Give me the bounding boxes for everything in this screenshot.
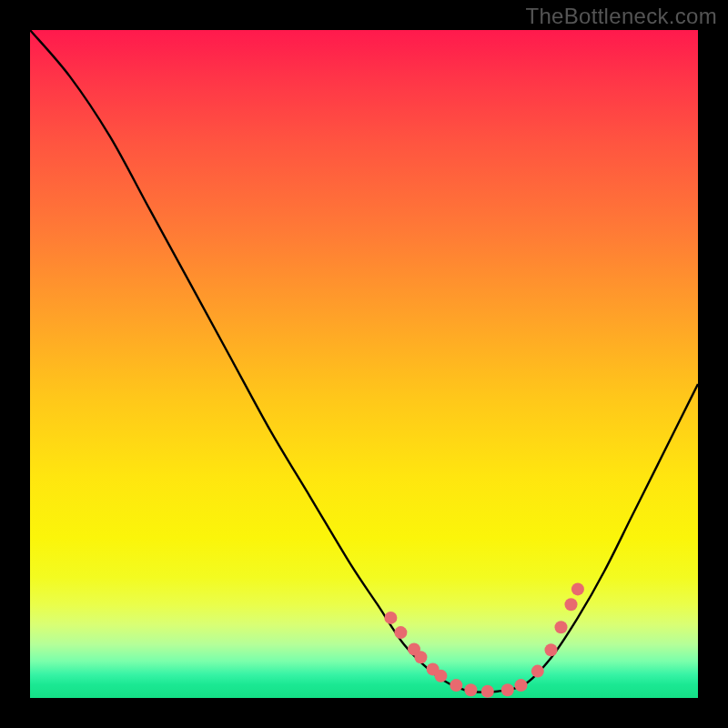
marker-dot [414,651,427,663]
marker-dot [571,582,584,595]
marker-dot [384,612,397,624]
marker-dot [555,621,568,633]
chart-frame: TheBottleneck.com [0,0,728,728]
marker-dot [464,683,477,696]
chart-svg [30,30,698,698]
marker-group [384,582,584,697]
marker-dot [531,665,544,678]
marker-dot [481,685,494,698]
marker-dot [545,643,558,656]
curve-path [30,30,698,693]
marker-dot [515,679,528,692]
marker-dot [565,598,578,611]
marker-dot [434,670,447,682]
watermark-text: TheBottleneck.com [525,4,717,29]
marker-dot [394,626,407,639]
marker-dot [501,683,514,696]
plot-area [30,30,698,698]
marker-dot [450,679,462,692]
